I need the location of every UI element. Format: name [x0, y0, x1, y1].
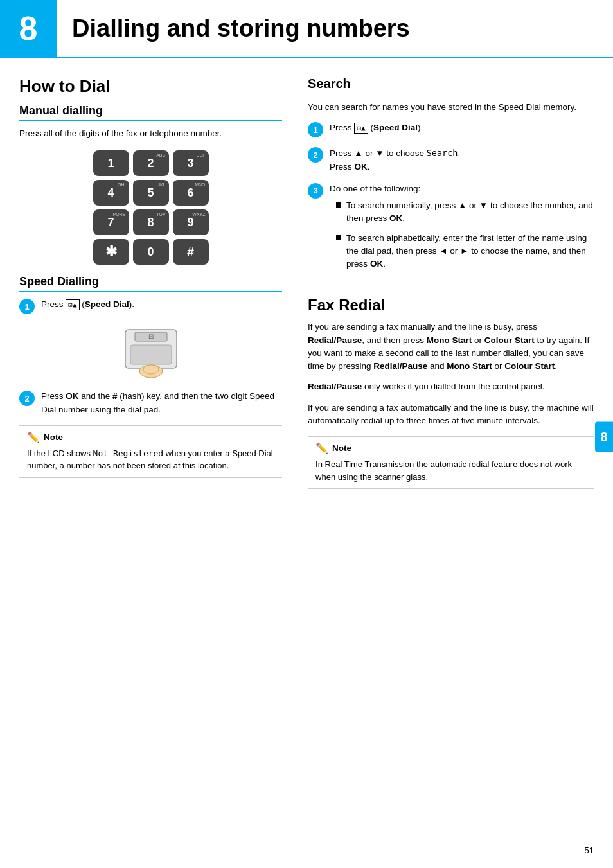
fax-redial-note-icon: ✏️: [315, 442, 328, 454]
fax-redial-note-header: ✏️ Note: [315, 442, 586, 454]
fax-redial-para-2: Redial/Pause only works if you dialled f…: [308, 380, 594, 393]
svg-text:⊡: ⊡: [148, 333, 154, 340]
search-step-3-circle: 3: [308, 183, 323, 199]
keypad-row-1: 1 ABC 2 DEF 3: [93, 150, 209, 176]
bullet-icon-2: [336, 235, 341, 240]
key-star: ✱: [93, 239, 129, 265]
search-bullet-2: To search alphabetically, enter the firs…: [336, 232, 594, 271]
key-7: PQRS 7: [93, 209, 129, 235]
note-text: If the LCD shows Not Registered when you…: [27, 447, 274, 472]
search-step-1-circle: 1: [308, 122, 323, 137]
note-header: ✏️ Note: [27, 431, 274, 443]
step-1-circle: 1: [19, 299, 35, 314]
speed-dial-step-2: 2 Press OK and the # (hash) key, and the…: [19, 390, 282, 416]
key-1: 1: [93, 150, 129, 176]
search-step-2-text: Press ▲ or ▼ to choose Search.Press OK.: [330, 146, 594, 173]
fax-redial-para-3: If you are sending a fax automatically a…: [308, 402, 594, 428]
svg-point-5: [143, 365, 159, 374]
key-3: DEF 3: [173, 150, 209, 176]
key-hash: #: [173, 239, 209, 265]
fax-redial-title: Fax Redial: [308, 296, 594, 314]
key-6: MNO 6: [173, 180, 209, 206]
search-step-3: 3 Do one of the following: To search num…: [308, 182, 594, 278]
keypad-row-2: GHI 4 JKL 5 MNO 6: [93, 180, 209, 206]
speed-dial-step-1: 1 Press ⊡▲ (Speed Dial).: [19, 298, 282, 314]
keypad-row-3: PQRS 7 TUV 8 WXYZ 9: [93, 209, 209, 235]
keypad: 1 ABC 2 DEF 3 GHI 4 JKL 5: [19, 150, 282, 265]
speed-dialling-subtitle: Speed Dialling: [19, 275, 282, 292]
search-bullet-list: To search numerically, press ▲ or ▼ to c…: [330, 199, 594, 270]
device-svg: ⊡: [119, 323, 183, 381]
fax-redial-para-1: If you are sending a fax manually and th…: [308, 321, 594, 373]
search-intro: You can search for names you have stored…: [308, 101, 594, 114]
bullet-icon-1: [336, 202, 341, 208]
key-4: GHI 4: [93, 180, 129, 206]
note-icon: ✏️: [27, 431, 40, 443]
search-step-3-text: Do one of the following: To search numer…: [330, 182, 594, 278]
search-step-2: 2 Press ▲ or ▼ to choose Search.Press OK…: [308, 146, 594, 173]
chapter-number-box: 8: [0, 0, 57, 57]
key-5: JKL 5: [133, 180, 169, 206]
speed-dial-device-image: ⊡: [19, 323, 282, 381]
chapter-tab: 8: [595, 422, 613, 452]
search-bullet-1: To search numerically, press ▲ or ▼ to c…: [336, 199, 594, 226]
fax-redial-note-text: In Real Time Transmission the automatic …: [315, 458, 586, 483]
chapter-title: Dialling and storing numbers: [57, 0, 410, 57]
search-step-2-circle: 2: [308, 147, 323, 163]
key-2: ABC 2: [133, 150, 169, 176]
page-header: 8 Dialling and storing numbers: [0, 0, 613, 58]
search-step-1: 1 Press ⊡▲ (Speed Dial).: [308, 121, 594, 137]
key-0: 0: [133, 239, 169, 265]
search-step-1-text: Press ⊡▲ (Speed Dial).: [330, 121, 594, 134]
search-title: Search: [308, 76, 594, 94]
step-1-text: Press ⊡▲ (Speed Dial).: [41, 298, 282, 311]
keypad-row-4: ✱ 0 #: [93, 239, 209, 265]
page-number: 51: [585, 846, 594, 855]
manual-dialling-body: Press all of the digits of the fax or te…: [19, 127, 282, 140]
fax-redial-note: ✏️ Note In Real Time Transmission the au…: [308, 436, 594, 489]
main-title: How to Dial: [19, 76, 282, 96]
fax-redial-section: Fax Redial If you are sending a fax manu…: [308, 296, 594, 489]
step-2-circle: 2: [19, 391, 35, 406]
speed-dial-note: ✏️ Note If the LCD shows Not Registered …: [19, 425, 282, 478]
svg-rect-3: [130, 345, 172, 364]
key-9: WXYZ 9: [173, 209, 209, 235]
manual-dialling-subtitle: Manual dialling: [19, 104, 282, 121]
step-2-text: Press OK and the # (hash) key, and then …: [41, 390, 282, 416]
key-8: TUV 8: [133, 209, 169, 235]
